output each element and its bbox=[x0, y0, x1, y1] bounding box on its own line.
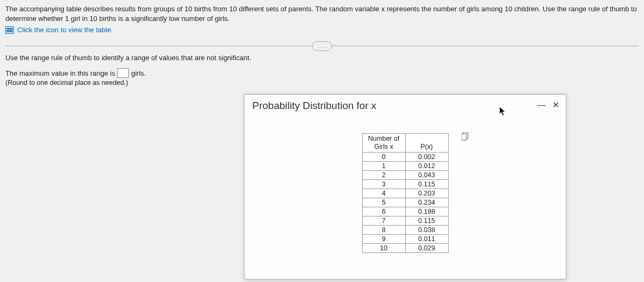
answer-suffix: girls. bbox=[131, 69, 145, 77]
expand-ellipsis-button[interactable]: ... bbox=[312, 41, 332, 51]
max-value-input[interactable] bbox=[117, 68, 129, 78]
cell-px: 0.198 bbox=[405, 207, 448, 216]
cell-x: 1 bbox=[362, 162, 405, 171]
table-row: 40.203 bbox=[362, 189, 448, 198]
cell-px: 0.115 bbox=[405, 180, 448, 189]
cell-px: 0.029 bbox=[405, 244, 448, 253]
view-table-link[interactable]: Click the icon to view the table. bbox=[17, 26, 113, 34]
cell-x: 7 bbox=[362, 216, 405, 226]
table-row: 00.002 bbox=[362, 153, 448, 162]
table-row: 20.043 bbox=[362, 171, 448, 180]
cell-x: 3 bbox=[362, 180, 405, 189]
close-button[interactable]: ✕ bbox=[552, 101, 559, 110]
copy-icon[interactable] bbox=[462, 132, 469, 141]
cell-x: 2 bbox=[362, 171, 405, 180]
table-row: 90.011 bbox=[362, 235, 448, 244]
modal-title: Probability Distribution for x bbox=[252, 100, 376, 112]
table-row: 30.115 bbox=[362, 180, 448, 189]
cell-px: 0.002 bbox=[405, 153, 448, 162]
cell-px: 0.038 bbox=[405, 226, 448, 235]
cell-x: 5 bbox=[362, 198, 405, 207]
cell-x: 4 bbox=[362, 189, 405, 198]
cell-px: 0.234 bbox=[405, 198, 448, 207]
cell-x: 10 bbox=[362, 244, 405, 253]
table-row: 100.029 bbox=[362, 244, 448, 253]
rounding-hint: (Round to one decimal place as needed.) bbox=[5, 79, 639, 86]
probability-table: Number ofGirls x P(x) 00.00210.01220.043… bbox=[362, 133, 449, 253]
probability-modal: Probability Distribution for x — ✕ Numbe… bbox=[244, 94, 566, 279]
minimize-button[interactable]: — bbox=[537, 101, 546, 110]
table-row: 10.012 bbox=[362, 162, 448, 171]
table-row: 50.234 bbox=[362, 198, 448, 207]
section-divider: ... bbox=[5, 46, 639, 46]
col-header-px: P(x) bbox=[405, 134, 448, 153]
cell-x: 8 bbox=[362, 226, 405, 235]
table-row: 70.115 bbox=[362, 216, 448, 226]
problem-statement: The accompanying table describes results… bbox=[5, 4, 639, 24]
question-instruction: Use the range rule of thumb to identify … bbox=[5, 54, 639, 62]
table-icon[interactable] bbox=[5, 26, 14, 34]
cell-px: 0.203 bbox=[405, 189, 448, 198]
cell-x: 9 bbox=[362, 235, 405, 244]
cell-px: 0.115 bbox=[405, 216, 448, 226]
table-row: 80.038 bbox=[362, 226, 448, 235]
cell-px: 0.011 bbox=[405, 235, 448, 244]
cell-px: 0.012 bbox=[405, 162, 448, 171]
svg-rect-1 bbox=[462, 134, 466, 140]
answer-prefix: The maximum value in this range is bbox=[5, 69, 115, 77]
col-header-girls: Number ofGirls x bbox=[362, 134, 405, 153]
cell-px: 0.043 bbox=[405, 171, 448, 180]
table-row: 60.198 bbox=[362, 207, 448, 216]
cell-x: 6 bbox=[362, 207, 405, 216]
cell-x: 0 bbox=[362, 153, 405, 162]
